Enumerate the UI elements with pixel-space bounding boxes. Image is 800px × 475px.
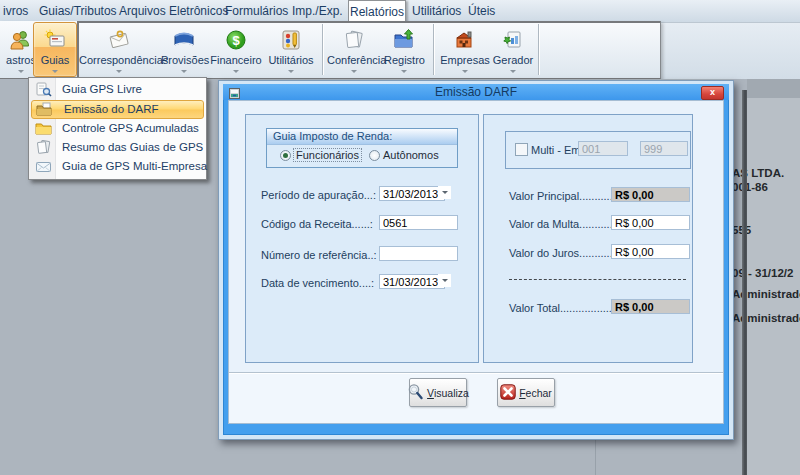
chevron-down-icon <box>116 70 122 73</box>
field-label-periodo: Período de apuração...: <box>261 189 376 201</box>
periodo-apuracao-input[interactable] <box>379 186 445 201</box>
menu-item-label: Controle GPS Acumuladas <box>62 122 199 134</box>
tax-type-options: Funcionários Autônomos <box>267 145 457 167</box>
menu-item-label: Resumo das Guias de GPS <box>62 141 203 153</box>
envelope-sun-icon <box>34 27 76 53</box>
folder-arrow-icon <box>384 27 424 53</box>
valor-juros-label: Valor do Juros............: <box>509 247 619 259</box>
toolbar-item-guias[interactable]: Guias <box>33 22 77 77</box>
valor-principal-label: Valor Principal............: <box>509 190 619 202</box>
fechar-button[interactable]: Fechar <box>497 378 555 407</box>
dialog-titlebar[interactable]: Emissão DARF x <box>223 84 729 100</box>
folder-icon <box>35 121 52 136</box>
toolbar-label: Guias <box>34 53 76 67</box>
menu-guias-tributos[interactable]: Guias/Tributos <box>35 0 121 22</box>
papers-icon <box>35 140 52 155</box>
chevron-down-icon <box>18 70 24 73</box>
menu-item-guia-gps-livre[interactable]: Guia GPS Livre <box>30 80 205 99</box>
background-column-line <box>595 438 596 475</box>
menu-item-guia-de-gps-multi-empresa[interactable]: Guia de GPS Multi-Empresa <box>30 157 205 176</box>
book-icon <box>161 27 207 53</box>
toolbar-item-conferencia[interactable]: Conferência <box>327 23 381 76</box>
menu-item-label: Guia de GPS Multi-Empresa <box>62 160 207 172</box>
multi-empresa-from-input[interactable] <box>578 141 628 156</box>
magnifier-icon <box>407 383 424 402</box>
background-window <box>747 98 800 475</box>
toolbar-item-registro[interactable]: Registro <box>384 23 424 76</box>
combo-arrow-icon[interactable] <box>438 186 451 199</box>
relatorios-toolbar-panel: astros Guias <box>0 21 661 79</box>
valor-total-input <box>611 299 690 314</box>
toolbar-item-utilitarios[interactable]: Utilitários <box>266 23 316 76</box>
menu-imp-exp[interactable]: Imp./Exp. <box>288 0 347 22</box>
menu-item-controle-gps-acumuladas[interactable]: Controle GPS Acumuladas <box>30 119 205 138</box>
toolbar-item-provisoes[interactable]: Provisões <box>161 23 207 76</box>
svg-text:$: $ <box>232 33 240 48</box>
valor-juros-input[interactable] <box>611 244 690 259</box>
total-separator-line <box>509 279 686 280</box>
valor-total-label: Valor Total.................: <box>509 302 615 314</box>
toolbar-item-empresas[interactable]: Empresas <box>440 23 490 76</box>
dollar-icon: $ <box>210 27 262 53</box>
chevron-down-icon <box>233 70 239 73</box>
multi-empresa-box: Multi - Empresa <box>505 131 691 169</box>
toolbar-label: Provisões <box>161 53 207 67</box>
folder-doc-icon <box>36 102 53 117</box>
menu-uteis[interactable]: Úteis <box>464 0 499 22</box>
guias-dropdown-menu: Guia GPS Livre Emissão do DARF Controle … <box>28 77 207 180</box>
combo-arrow-icon[interactable] <box>438 274 451 287</box>
envelope-icon <box>35 159 52 174</box>
menu-item-label: Emissão do DARF <box>64 103 159 115</box>
toolbar-item-correspondencias[interactable]: Correspondências <box>79 23 159 76</box>
menu-livros[interactable]: ivros <box>0 0 32 22</box>
dialog-client-area: Guia Imposto de Renda: Funcionários Autô… <box>228 100 724 424</box>
field-label-codigo-receita: Código da Receita......: <box>261 218 373 230</box>
chevron-down-icon <box>288 70 294 73</box>
bg-cnpj-fragment: 001-86 <box>732 181 768 193</box>
bg-company-name: AS LTDA. <box>732 167 784 179</box>
menu-utilitarios[interactable]: Utilitários <box>408 0 465 22</box>
app-screen: ivros Guias/Tributos Arquivos Eletrônico… <box>0 0 800 475</box>
multi-empresa-checkbox[interactable] <box>515 143 528 156</box>
radio-autonomos[interactable] <box>369 150 380 161</box>
visualiza-button[interactable]: Visualiza <box>409 378 467 407</box>
tax-type-group-title: Guia Imposto de Renda: <box>267 129 457 145</box>
building-icon <box>440 27 490 53</box>
background-window-edge <box>747 79 800 98</box>
toolbar-label: Financeiro <box>210 53 262 67</box>
fechar-button-label: Fechar <box>519 387 552 399</box>
toolbar-item-financeiro[interactable]: $ Financeiro <box>210 23 262 76</box>
toolbar-label: Correspondências <box>79 53 159 67</box>
field-label-data-vencimento: Data de vencimento....: <box>261 277 374 289</box>
toolbar-label: Conferência <box>327 53 381 67</box>
right-group-panel: Multi - Empresa Valor Principal.........… <box>483 114 693 363</box>
menu-formularios[interactable]: Formulários <box>221 0 292 22</box>
background-splitter <box>742 90 747 475</box>
chevron-down-icon <box>52 70 58 73</box>
radio-funcionarios[interactable] <box>280 150 291 161</box>
toolbar-separator <box>322 24 323 75</box>
generator-icon <box>492 27 534 53</box>
toolbar-item-gerador[interactable]: Gerador <box>492 23 534 76</box>
chevron-down-icon <box>401 70 407 73</box>
radio-funcionarios-label[interactable]: Funcionários <box>294 149 361 161</box>
codigo-receita-input[interactable] <box>379 215 458 230</box>
tools-icon <box>266 27 316 53</box>
valor-multa-input[interactable] <box>611 215 690 230</box>
valor-principal-input <box>611 187 690 202</box>
chevron-down-icon <box>462 70 468 73</box>
emissao-darf-dialog: Emissão DARF x Guia Imposto de Renda: Fu… <box>218 80 734 440</box>
data-vencimento-input[interactable] <box>379 274 445 289</box>
envelope-clip-icon <box>79 27 159 53</box>
radio-autonomos-label[interactable]: Autônomos <box>383 149 439 161</box>
papers-icon <box>327 27 381 53</box>
app-icon <box>229 87 240 98</box>
menu-item-emissao-do-darf[interactable]: Emissão do DARF <box>31 100 204 119</box>
valor-multa-label: Valor da Multa...........: <box>509 218 616 230</box>
menu-arquivos-eletronicos[interactable]: Arquivos Eletrônicos <box>115 0 232 22</box>
numero-referencia-input[interactable] <box>379 246 458 261</box>
menu-item-resumo-das-guias-de-gps[interactable]: Resumo das Guias de GPS <box>30 138 205 157</box>
close-button[interactable]: x <box>701 86 724 100</box>
multi-empresa-to-input[interactable] <box>640 141 688 156</box>
dialog-footer: Visualiza Fechar <box>229 374 723 423</box>
